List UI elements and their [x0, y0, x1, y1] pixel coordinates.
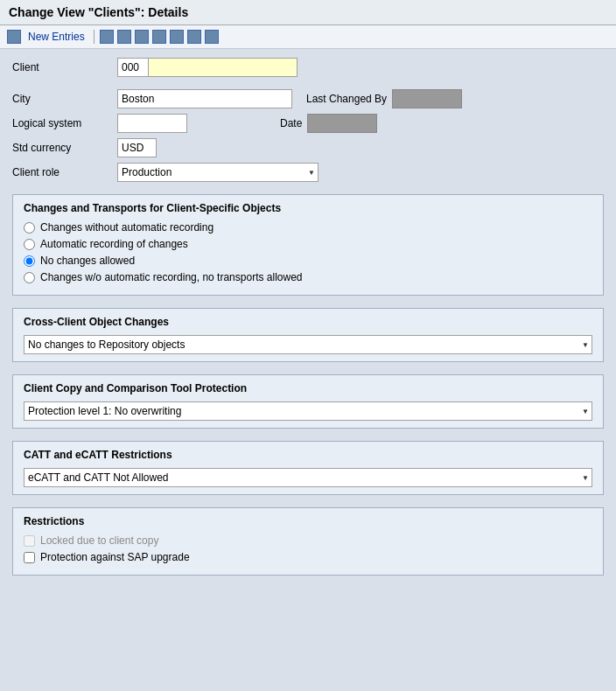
- radio-label-no-auto-no-transport: Changes w/o automatic recording, no tran…: [40, 271, 303, 283]
- radio-row-3: No changes allowed: [24, 255, 592, 267]
- client-role-row: Client role Production Customizing Demo …: [12, 163, 604, 182]
- cross-client-title: Cross-Client Object Changes: [24, 316, 592, 328]
- radio-no-auto-no-transport[interactable]: [24, 272, 35, 283]
- client-role-select-wrapper: Production Customizing Demo Training/Edu…: [117, 163, 318, 182]
- catt-select[interactable]: No Restriction eCATT Allowed, CATT Not A…: [24, 468, 592, 487]
- toolbar: New Entries: [0, 25, 616, 49]
- last-changed-group: Last Changed By: [306, 89, 462, 108]
- std-currency-label: Std currency: [12, 142, 117, 154]
- toolbar-icon-2[interactable]: [117, 30, 131, 44]
- radio-label-no-changes: No changes allowed: [40, 255, 135, 267]
- window-title: Change View "Clients": Details: [9, 5, 188, 19]
- cross-client-section: Cross-Client Object Changes No changes t…: [12, 308, 604, 362]
- city-label: City: [12, 93, 117, 105]
- changes-transports-section: Changes and Transports for Client-Specif…: [12, 194, 604, 296]
- toolbar-icon-4[interactable]: [152, 30, 166, 44]
- date-value: [307, 114, 377, 133]
- client-role-label: Client role: [12, 166, 117, 178]
- copy-protection-select-wrapper: Protection level 0: No restriction Prote…: [24, 401, 592, 421]
- changes-transports-title: Changes and Transports for Client-Specif…: [24, 202, 592, 214]
- city-row: City Last Changed By: [12, 89, 604, 108]
- date-group: Date: [201, 114, 377, 133]
- radio-row-4: Changes w/o automatic recording, no tran…: [24, 271, 592, 283]
- client-number-input[interactable]: [117, 58, 149, 77]
- std-currency-row: Std currency: [12, 138, 604, 157]
- protection-row: Protection against SAP upgrade: [24, 551, 592, 563]
- client-description-input[interactable]: [149, 58, 298, 77]
- radio-label-auto-recording: Automatic recording of changes: [40, 238, 188, 250]
- cross-client-select[interactable]: No changes to Repository objects Changes…: [24, 335, 592, 354]
- restrictions-section: Restrictions Locked due to client copy P…: [12, 507, 604, 576]
- locked-row: Locked due to client copy: [24, 534, 592, 547]
- last-changed-by-label: Last Changed By: [306, 93, 387, 105]
- city-input[interactable]: [117, 89, 292, 108]
- protection-checkbox[interactable]: [24, 552, 35, 563]
- protection-label: Protection against SAP upgrade: [40, 551, 190, 563]
- new-entries-label: New Entries: [28, 31, 85, 43]
- date-label: Date: [280, 117, 302, 129]
- copy-protection-title: Client Copy and Comparison Tool Protecti…: [24, 382, 592, 394]
- radio-row-2: Automatic recording of changes: [24, 238, 592, 250]
- client-role-select[interactable]: Production Customizing Demo Training/Edu…: [117, 163, 318, 182]
- logical-system-row: Logical system Date: [12, 114, 604, 133]
- std-currency-input[interactable]: [117, 138, 157, 157]
- client-row: Client: [12, 58, 604, 77]
- locked-label: Locked due to client copy: [40, 534, 158, 547]
- radio-row-1: Changes without automatic recording: [24, 221, 592, 234]
- toolbar-icon-6[interactable]: [187, 30, 201, 44]
- locked-checkbox[interactable]: [24, 535, 35, 547]
- logical-system-input[interactable]: [117, 114, 187, 133]
- radio-label-no-recording: Changes without automatic recording: [40, 221, 214, 234]
- catt-title: CATT and eCATT Restrictions: [24, 449, 592, 461]
- toolbar-separator-1: [94, 30, 94, 44]
- client-label: Client: [12, 61, 117, 73]
- radio-no-recording[interactable]: [24, 222, 35, 234]
- radio-auto-recording[interactable]: [24, 239, 35, 250]
- last-changed-by-value: [392, 89, 462, 108]
- logical-system-label: Logical system: [12, 117, 117, 129]
- toolbar-icon-5[interactable]: [170, 30, 184, 44]
- title-bar: Change View "Clients": Details: [0, 0, 616, 25]
- new-entries-icon: [7, 30, 21, 44]
- radio-no-changes[interactable]: [24, 255, 35, 267]
- content-area: Client City Last Changed By Logical syst…: [0, 49, 616, 597]
- catt-select-wrapper: No Restriction eCATT Allowed, CATT Not A…: [24, 468, 592, 487]
- catt-section: CATT and eCATT Restrictions No Restricti…: [12, 441, 604, 495]
- toolbar-icon-1[interactable]: [100, 30, 114, 44]
- new-entries-button[interactable]: New Entries: [24, 29, 88, 45]
- restrictions-title: Restrictions: [24, 515, 592, 527]
- copy-protection-section: Client Copy and Comparison Tool Protecti…: [12, 374, 604, 429]
- client-input-group: [117, 58, 298, 77]
- cross-client-select-wrapper: No changes to Repository objects Changes…: [24, 335, 592, 354]
- toolbar-icon-7[interactable]: [205, 30, 219, 44]
- toolbar-icon-3[interactable]: [135, 30, 149, 44]
- copy-protection-select[interactable]: Protection level 0: No restriction Prote…: [24, 401, 592, 421]
